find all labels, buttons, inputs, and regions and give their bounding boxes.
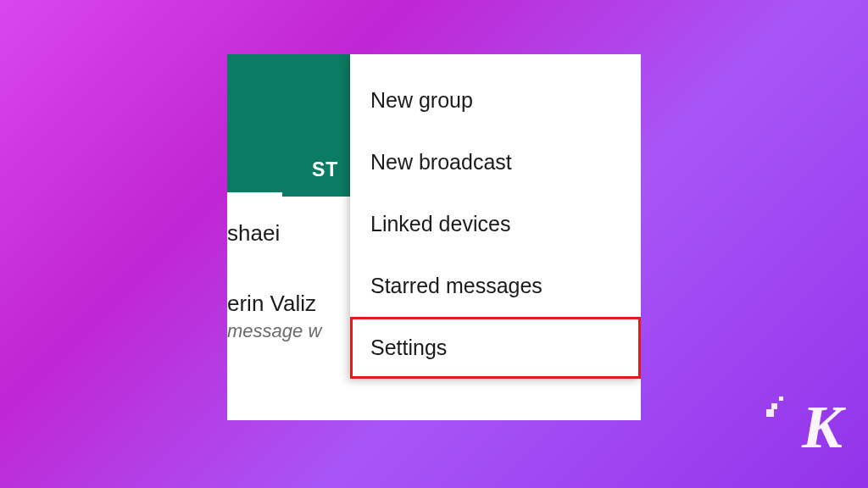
menu-item-linked-devices[interactable]: Linked devices — [350, 193, 641, 255]
tab-status-partial[interactable]: ST — [312, 158, 338, 181]
active-tab-indicator — [227, 192, 282, 197]
menu-item-new-broadcast[interactable]: New broadcast — [350, 131, 641, 193]
watermark-logo: K — [802, 392, 841, 463]
whatsapp-screenshot: ST shaei erin Valiz message w New group … — [227, 54, 641, 420]
overflow-menu: New group New broadcast Linked devices S… — [350, 54, 641, 379]
menu-item-settings[interactable]: Settings — [350, 317, 641, 379]
menu-item-new-group[interactable]: New group — [350, 69, 641, 131]
watermark-dots — [766, 396, 792, 413]
menu-item-starred-messages[interactable]: Starred messages — [350, 255, 641, 317]
